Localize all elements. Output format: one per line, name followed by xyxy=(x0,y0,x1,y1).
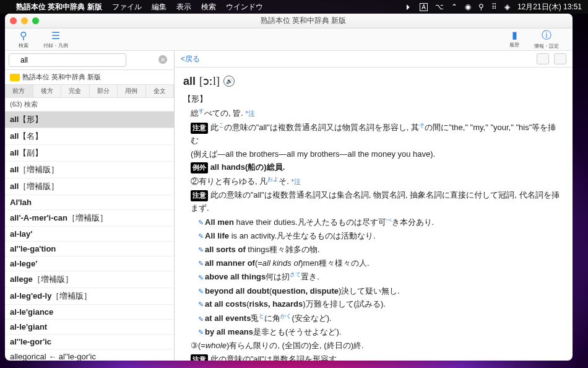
mute-icon[interactable]: ⏵ xyxy=(405,2,412,11)
exception-badge: 例外 xyxy=(191,162,208,173)
pencil-icon: ✎ xyxy=(198,315,204,323)
tab-prefix[interactable]: 前方 xyxy=(5,85,33,97)
list-icon: ☰ xyxy=(51,30,60,42)
pencil-icon: ✎ xyxy=(198,274,204,281)
right-pane: <戻る all [ɔːl] 🔊 【形】 総すべての, 皆. *注 注意 此この意… xyxy=(175,51,573,361)
pencil-icon: ✎ xyxy=(198,300,204,308)
input-source-icon[interactable]: A xyxy=(420,3,428,11)
menubar-app-name[interactable]: 熟語本位 英和中辞典 新版 xyxy=(16,2,102,12)
tab-fulltext[interactable]: 全文 xyxy=(146,85,175,97)
tab-partial[interactable]: 部分 xyxy=(90,85,118,97)
note-link-2[interactable]: *注 xyxy=(291,178,300,186)
info-icon: ⓘ xyxy=(542,29,551,42)
tab-suffix[interactable]: 後方 xyxy=(33,85,62,97)
result-item[interactable]: all［増補版］ xyxy=(5,178,174,195)
pencil-icon: ✎ xyxy=(198,328,204,336)
toolbar-index-button[interactable]: ☰ 付録・凡例 xyxy=(36,30,76,49)
toolbar-search-button[interactable]: ⚲ 検索 xyxy=(11,30,36,49)
window-titlebar: 熟語本位 英和中辞典 新版 xyxy=(5,14,573,28)
dictionary-window: 熟語本位 英和中辞典 新版 ⚲ 検索 ☰ 付録・凡例 ▮ 履歴 ⓘ 情報・設定 xyxy=(5,14,573,361)
macos-menubar: 熟語本位 英和中辞典 新版 ファイル 編集 表示 検索 ウインドウ ⏵ A ⌥ … xyxy=(0,0,588,14)
result-item[interactable]: all［増補版］ xyxy=(5,162,174,178)
spotlight-icon[interactable]: ⚲ xyxy=(478,2,484,11)
search-input[interactable] xyxy=(9,53,126,67)
result-item[interactable]: al-le'giance xyxy=(5,305,174,320)
caution-badge-2: 注意 xyxy=(191,190,208,201)
pencil-icon: ✎ xyxy=(198,246,204,253)
toolbar-info-button[interactable]: ⓘ 情報・設定 xyxy=(527,29,566,50)
result-item[interactable]: Al'lah xyxy=(5,195,174,210)
content-area: ✕ 熟語本位 英和中辞典 新版 前方 後方 完全 部分 用例 全文 (63) 検… xyxy=(5,51,573,361)
menu-search[interactable]: 検索 xyxy=(201,2,216,12)
result-item[interactable]: al-le'giant xyxy=(5,320,174,335)
menubar-datetime[interactable]: 12月21日(木) 13:51 xyxy=(517,2,582,12)
pencil-icon: ✎ xyxy=(198,219,204,226)
entry-body: all [ɔːl] 🔊 【形】 総すべての, 皆. *注 注意 此この意味の"a… xyxy=(175,68,573,361)
pencil-icon: ✎ xyxy=(198,260,204,267)
toolbar-history-button[interactable]: ▮ 履歴 xyxy=(502,29,527,50)
user-icon[interactable]: ◉ xyxy=(465,2,471,11)
result-item[interactable]: allege［増補版］ xyxy=(5,271,174,288)
part-of-speech: 【形】 xyxy=(183,93,564,106)
result-item[interactable]: allegorical ← al''le-gor'ic xyxy=(5,349,174,361)
control-center-icon[interactable]: ⠿ xyxy=(491,2,497,11)
result-item[interactable]: all【副】 xyxy=(5,145,174,162)
close-button[interactable] xyxy=(10,17,17,24)
result-item[interactable]: al-lay' xyxy=(5,227,174,242)
bookmark-icon: ▮ xyxy=(512,29,517,41)
caution-badge-3: 注意 xyxy=(191,354,208,361)
back-button[interactable]: <戻る xyxy=(181,54,200,64)
pencil-icon: ✎ xyxy=(198,287,204,295)
headword: all xyxy=(183,72,196,90)
caution-badge: 注意 xyxy=(191,123,208,134)
menu-view[interactable]: 表示 xyxy=(176,2,191,12)
match-tabs: 前方 後方 完全 部分 用例 全文 xyxy=(5,85,174,98)
window-title: 熟語本位 英和中辞典 新版 xyxy=(39,15,568,26)
result-item[interactable]: al''le-gor'ic xyxy=(5,335,174,349)
page-layout-button[interactable] xyxy=(537,53,549,64)
result-item[interactable]: all【名】 xyxy=(5,128,174,145)
tab-exact[interactable]: 完全 xyxy=(61,85,90,97)
result-item[interactable]: al-lege' xyxy=(5,256,174,271)
menu-file[interactable]: ファイル xyxy=(112,2,142,12)
left-pane: ✕ 熟語本位 英和中辞典 新版 前方 後方 完全 部分 用例 全文 (63) 検… xyxy=(5,51,175,361)
result-item[interactable]: all【形】 xyxy=(5,112,174,128)
pencil-icon: ✎ xyxy=(198,232,204,240)
result-item[interactable]: al''le-ga'tion xyxy=(5,242,174,256)
result-list[interactable]: all【形】all【名】all【副】all［増補版］all［増補版］Al'lah… xyxy=(5,112,174,361)
note-link[interactable]: *注 xyxy=(245,110,254,117)
menu-edit[interactable]: 編集 xyxy=(152,2,166,12)
zoom-button[interactable] xyxy=(32,17,39,24)
bluetooth-icon[interactable]: ⌥ xyxy=(435,2,444,11)
traffic-lights xyxy=(10,17,39,24)
search-icon: ⚲ xyxy=(20,30,27,42)
audio-button[interactable]: 🔊 xyxy=(223,76,235,87)
page-settings-button[interactable] xyxy=(554,53,566,64)
wifi-icon[interactable]: ⌃ xyxy=(451,2,457,11)
result-item[interactable]: all'-A-mer'i-can［増補版］ xyxy=(5,210,174,227)
result-count: (63) 検索 xyxy=(5,98,174,112)
result-item[interactable]: al-leg'ed-ly［増補版］ xyxy=(5,288,174,305)
menu-window[interactable]: ウインドウ xyxy=(226,2,263,12)
tab-example[interactable]: 用例 xyxy=(118,85,146,97)
pronunciation: [ɔːl] xyxy=(199,72,220,90)
app-toolbar: ⚲ 検索 ☰ 付録・凡例 ▮ 履歴 ⓘ 情報・設定 xyxy=(5,28,573,51)
minimize-button[interactable] xyxy=(21,17,28,24)
clear-search-button[interactable]: ✕ xyxy=(158,55,167,64)
siri-icon[interactable]: ◈ xyxy=(504,2,510,11)
dict-selector[interactable]: 熟語本位 英和中辞典 新版 xyxy=(5,70,174,85)
dict-badge-icon xyxy=(10,74,20,81)
